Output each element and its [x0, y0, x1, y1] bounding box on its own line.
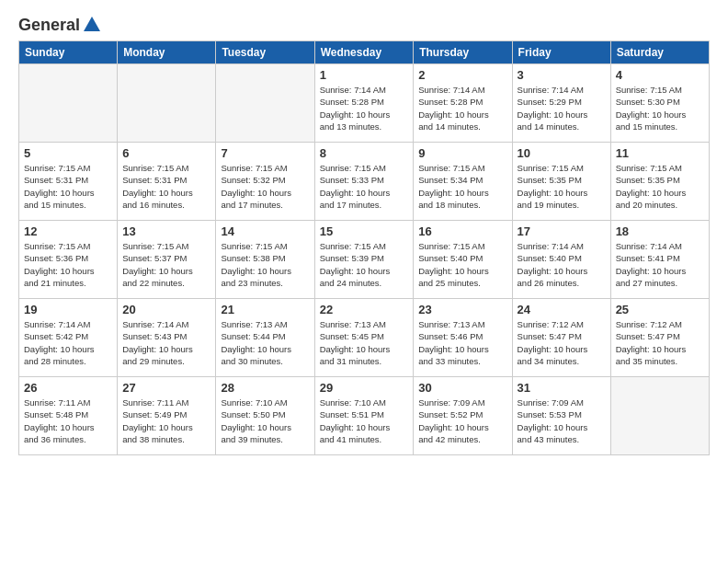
calendar-cell: 5Sunrise: 7:15 AM Sunset: 5:31 PM Daylig… [19, 143, 118, 221]
calendar-cell: 29Sunrise: 7:10 AM Sunset: 5:51 PM Dayli… [314, 377, 414, 455]
day-number: 30 [418, 381, 506, 395]
calendar-cell: 17Sunrise: 7:14 AM Sunset: 5:40 PM Dayli… [512, 221, 610, 299]
weekday-header-friday: Friday [512, 41, 610, 64]
calendar-cell [216, 64, 314, 143]
calendar-week-row: 19Sunrise: 7:14 AM Sunset: 5:42 PM Dayli… [19, 299, 710, 377]
day-info: Sunrise: 7:15 AM Sunset: 5:38 PM Dayligh… [221, 240, 309, 289]
weekday-header-row: SundayMondayTuesdayWednesdayThursdayFrid… [19, 41, 710, 64]
day-info: Sunrise: 7:15 AM Sunset: 5:34 PM Dayligh… [418, 162, 506, 211]
calendar-cell: 25Sunrise: 7:12 AM Sunset: 5:47 PM Dayli… [610, 299, 709, 377]
day-info: Sunrise: 7:15 AM Sunset: 5:33 PM Dayligh… [320, 162, 409, 211]
calendar-cell: 26Sunrise: 7:11 AM Sunset: 5:48 PM Dayli… [19, 377, 118, 455]
day-info: Sunrise: 7:13 AM Sunset: 5:45 PM Dayligh… [320, 318, 409, 367]
day-info: Sunrise: 7:15 AM Sunset: 5:35 PM Dayligh… [518, 162, 606, 211]
calendar-cell: 9Sunrise: 7:15 AM Sunset: 5:34 PM Daylig… [414, 143, 512, 221]
day-info: Sunrise: 7:15 AM Sunset: 5:35 PM Dayligh… [616, 162, 704, 211]
calendar-cell: 27Sunrise: 7:11 AM Sunset: 5:49 PM Dayli… [118, 377, 216, 455]
weekday-header-saturday: Saturday [610, 41, 709, 64]
day-number: 31 [518, 381, 606, 395]
calendar-cell: 24Sunrise: 7:12 AM Sunset: 5:47 PM Dayli… [512, 299, 610, 377]
calendar-week-row: 26Sunrise: 7:11 AM Sunset: 5:48 PM Dayli… [19, 377, 710, 455]
day-number: 16 [418, 224, 506, 238]
day-number: 9 [418, 146, 506, 160]
day-info: Sunrise: 7:14 AM Sunset: 5:40 PM Dayligh… [518, 240, 606, 289]
logo-general: General [18, 16, 80, 35]
calendar-cell: 11Sunrise: 7:15 AM Sunset: 5:35 PM Dayli… [610, 143, 709, 221]
page-container: General SundayMondayTuesdayWednesdayThur… [0, 0, 728, 465]
calendar-cell: 7Sunrise: 7:15 AM Sunset: 5:32 PM Daylig… [216, 143, 314, 221]
day-number: 18 [616, 224, 704, 238]
day-number: 26 [24, 381, 112, 395]
day-number: 3 [518, 68, 606, 82]
calendar-table: SundayMondayTuesdayWednesdayThursdayFrid… [18, 40, 710, 455]
day-info: Sunrise: 7:15 AM Sunset: 5:32 PM Dayligh… [221, 162, 309, 211]
calendar-cell: 21Sunrise: 7:13 AM Sunset: 5:44 PM Dayli… [216, 299, 314, 377]
day-number: 23 [418, 303, 506, 316]
calendar-cell: 16Sunrise: 7:15 AM Sunset: 5:40 PM Dayli… [414, 221, 512, 299]
day-info: Sunrise: 7:11 AM Sunset: 5:49 PM Dayligh… [122, 396, 210, 445]
calendar-cell: 2Sunrise: 7:14 AM Sunset: 5:28 PM Daylig… [414, 64, 512, 143]
day-info: Sunrise: 7:15 AM Sunset: 5:39 PM Dayligh… [320, 240, 409, 289]
day-number: 10 [518, 146, 606, 160]
calendar-cell: 4Sunrise: 7:15 AM Sunset: 5:30 PM Daylig… [610, 64, 709, 143]
calendar-week-row: 12Sunrise: 7:15 AM Sunset: 5:36 PM Dayli… [19, 221, 710, 299]
day-number: 7 [221, 146, 309, 160]
calendar-cell: 8Sunrise: 7:15 AM Sunset: 5:33 PM Daylig… [314, 143, 414, 221]
day-number: 6 [122, 146, 210, 160]
day-number: 24 [518, 303, 606, 316]
weekday-header-monday: Monday [118, 41, 216, 64]
weekday-header-wednesday: Wednesday [314, 41, 414, 64]
day-number: 17 [518, 224, 606, 238]
calendar-cell: 18Sunrise: 7:14 AM Sunset: 5:41 PM Dayli… [610, 221, 709, 299]
calendar-cell: 22Sunrise: 7:13 AM Sunset: 5:45 PM Dayli… [314, 299, 414, 377]
day-info: Sunrise: 7:14 AM Sunset: 5:41 PM Dayligh… [616, 240, 704, 289]
day-number: 25 [616, 303, 704, 316]
calendar-cell: 12Sunrise: 7:15 AM Sunset: 5:36 PM Dayli… [19, 221, 118, 299]
calendar-cell: 23Sunrise: 7:13 AM Sunset: 5:46 PM Dayli… [414, 299, 512, 377]
calendar-cell: 28Sunrise: 7:10 AM Sunset: 5:50 PM Dayli… [216, 377, 314, 455]
day-number: 29 [320, 381, 409, 395]
day-info: Sunrise: 7:14 AM Sunset: 5:29 PM Dayligh… [518, 84, 606, 132]
day-info: Sunrise: 7:12 AM Sunset: 5:47 PM Dayligh… [616, 318, 704, 367]
calendar-cell: 20Sunrise: 7:14 AM Sunset: 5:43 PM Dayli… [118, 299, 216, 377]
day-info: Sunrise: 7:15 AM Sunset: 5:31 PM Dayligh… [24, 162, 112, 211]
day-number: 2 [418, 68, 506, 82]
day-number: 13 [122, 224, 210, 238]
day-number: 27 [122, 381, 210, 395]
day-info: Sunrise: 7:15 AM Sunset: 5:30 PM Dayligh… [616, 84, 704, 132]
calendar-cell: 6Sunrise: 7:15 AM Sunset: 5:31 PM Daylig… [118, 143, 216, 221]
day-number: 12 [24, 224, 112, 238]
day-info: Sunrise: 7:10 AM Sunset: 5:50 PM Dayligh… [221, 396, 309, 445]
day-info: Sunrise: 7:14 AM Sunset: 5:28 PM Dayligh… [418, 84, 506, 132]
calendar-week-row: 5Sunrise: 7:15 AM Sunset: 5:31 PM Daylig… [19, 143, 710, 221]
weekday-header-sunday: Sunday [19, 41, 118, 64]
day-info: Sunrise: 7:14 AM Sunset: 5:28 PM Dayligh… [320, 84, 409, 132]
day-number: 8 [320, 146, 409, 160]
day-info: Sunrise: 7:14 AM Sunset: 5:42 PM Dayligh… [24, 318, 112, 367]
logo-icon [82, 15, 102, 35]
day-number: 5 [24, 146, 112, 160]
day-number: 14 [221, 224, 309, 238]
day-info: Sunrise: 7:15 AM Sunset: 5:31 PM Dayligh… [122, 162, 210, 211]
calendar-cell: 3Sunrise: 7:14 AM Sunset: 5:29 PM Daylig… [512, 64, 610, 143]
weekday-header-tuesday: Tuesday [216, 41, 314, 64]
calendar-cell: 15Sunrise: 7:15 AM Sunset: 5:39 PM Dayli… [314, 221, 414, 299]
calendar-cell [19, 64, 118, 143]
day-number: 19 [24, 303, 112, 316]
calendar-cell: 1Sunrise: 7:14 AM Sunset: 5:28 PM Daylig… [314, 64, 414, 143]
page-header: General [18, 15, 710, 31]
calendar-cell: 13Sunrise: 7:15 AM Sunset: 5:37 PM Dayli… [118, 221, 216, 299]
day-info: Sunrise: 7:09 AM Sunset: 5:53 PM Dayligh… [518, 396, 606, 445]
day-number: 11 [616, 146, 704, 160]
calendar-cell: 14Sunrise: 7:15 AM Sunset: 5:38 PM Dayli… [216, 221, 314, 299]
day-info: Sunrise: 7:13 AM Sunset: 5:44 PM Dayligh… [221, 318, 309, 367]
day-info: Sunrise: 7:10 AM Sunset: 5:51 PM Dayligh… [320, 396, 409, 445]
day-number: 20 [122, 303, 210, 316]
day-number: 22 [320, 303, 409, 316]
logo: General [18, 15, 102, 31]
day-number: 15 [320, 224, 409, 238]
calendar-cell: 19Sunrise: 7:14 AM Sunset: 5:42 PM Dayli… [19, 299, 118, 377]
calendar-cell: 10Sunrise: 7:15 AM Sunset: 5:35 PM Dayli… [512, 143, 610, 221]
day-info: Sunrise: 7:09 AM Sunset: 5:52 PM Dayligh… [418, 396, 506, 445]
day-number: 21 [221, 303, 309, 316]
